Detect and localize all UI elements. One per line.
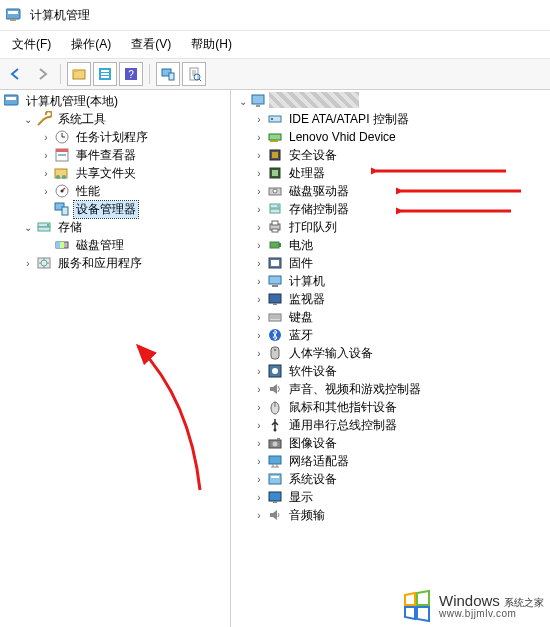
device-category-label: 存储控制器 xyxy=(287,201,351,218)
watermark-brand-cn: 系统之家 xyxy=(504,597,544,608)
device-category[interactable]: ›电池 xyxy=(231,236,550,254)
chevron-right-icon[interactable]: › xyxy=(253,113,265,125)
svg-rect-38 xyxy=(256,105,260,107)
device-category-label: 网络适配器 xyxy=(287,453,351,470)
toolbar-separator xyxy=(149,64,150,84)
chevron-down-icon[interactable]: ⌄ xyxy=(22,221,34,233)
chevron-right-icon[interactable]: › xyxy=(253,383,265,395)
device-category[interactable]: ›网络适配器 xyxy=(231,452,550,470)
clock-icon xyxy=(54,129,70,145)
device-category[interactable]: ›固件 xyxy=(231,254,550,272)
menu-help[interactable]: 帮助(H) xyxy=(183,33,240,56)
tree-item-event-viewer[interactable]: › 事件查看器 xyxy=(0,146,230,164)
device-category[interactable]: ›磁盘驱动器 xyxy=(231,182,550,200)
device-category[interactable]: ›监视器 xyxy=(231,290,550,308)
device-category[interactable]: ›计算机 xyxy=(231,272,550,290)
chevron-right-icon[interactable]: › xyxy=(40,167,52,179)
svg-rect-40 xyxy=(271,118,273,120)
chevron-right-icon[interactable]: › xyxy=(40,185,52,197)
device-category[interactable]: ›通用串行总线控制器 xyxy=(231,416,550,434)
tree-label: 磁盘管理 xyxy=(74,237,126,254)
device-category-label: 图像设备 xyxy=(287,435,339,452)
device-category[interactable]: ›人体学输入设备 xyxy=(231,344,550,362)
back-button[interactable] xyxy=(4,62,28,86)
chevron-right-icon[interactable]: › xyxy=(253,167,265,179)
chevron-right-icon[interactable]: › xyxy=(22,257,34,269)
app-icon xyxy=(6,7,22,23)
svg-rect-77 xyxy=(269,456,281,464)
chevron-right-icon[interactable]: › xyxy=(253,311,265,323)
tree-item-services-apps[interactable]: › 服务和应用程序 xyxy=(0,254,230,272)
disk-icon xyxy=(267,183,283,199)
svg-rect-81 xyxy=(273,501,277,503)
device-category[interactable]: ›键盘 xyxy=(231,308,550,326)
svg-rect-37 xyxy=(252,95,264,104)
services-icon xyxy=(36,255,52,271)
toolbar-btn-scan[interactable] xyxy=(182,62,206,86)
svg-point-24 xyxy=(62,175,66,179)
watermark-brand-en: Windows xyxy=(439,592,500,609)
tree-root[interactable]: 计算机管理(本地) xyxy=(0,92,230,110)
device-category[interactable]: ›声音、视频和游戏控制器 xyxy=(231,380,550,398)
chevron-right-icon[interactable]: › xyxy=(253,221,265,233)
chevron-right-icon[interactable]: › xyxy=(253,455,265,467)
tree-item-storage[interactable]: ⌄ 存储 xyxy=(0,218,230,236)
chevron-right-icon[interactable]: › xyxy=(253,329,265,341)
chevron-right-icon[interactable]: › xyxy=(253,203,265,215)
chevron-right-icon[interactable]: › xyxy=(253,239,265,251)
chevron-right-icon[interactable]: › xyxy=(253,293,265,305)
toolbar-btn-help[interactable]: ? xyxy=(119,62,143,86)
ide-icon xyxy=(267,111,283,127)
tree-label: 任务计划程序 xyxy=(74,129,150,146)
device-category[interactable]: ›音频输 xyxy=(231,506,550,524)
chevron-right-icon[interactable]: › xyxy=(253,473,265,485)
monitor-icon xyxy=(267,291,283,307)
toolbar-btn-folder[interactable] xyxy=(67,62,91,86)
chevron-right-icon[interactable]: › xyxy=(253,401,265,413)
tree-item-performance[interactable]: › 性能 xyxy=(0,182,230,200)
chevron-right-icon[interactable]: › xyxy=(253,509,265,521)
chevron-right-icon[interactable]: › xyxy=(253,347,265,359)
device-category[interactable]: ›存储控制器 xyxy=(231,200,550,218)
chevron-right-icon[interactable]: › xyxy=(253,419,265,431)
chevron-right-icon[interactable]: › xyxy=(253,149,265,161)
chevron-down-icon[interactable]: ⌄ xyxy=(22,113,34,125)
device-category[interactable]: ›蓝牙 xyxy=(231,326,550,344)
device-category[interactable]: ›鼠标和其他指针设备 xyxy=(231,398,550,416)
chevron-right-icon[interactable]: › xyxy=(253,275,265,287)
device-category[interactable]: ›打印队列 xyxy=(231,218,550,236)
tree-item-device-manager[interactable]: › 设备管理器 xyxy=(0,200,230,218)
device-category[interactable]: ›系统设备 xyxy=(231,470,550,488)
tree-item-task-scheduler[interactable]: › 任务计划程序 xyxy=(0,128,230,146)
toolbar-btn-devices[interactable] xyxy=(156,62,180,86)
chevron-right-icon[interactable]: › xyxy=(253,185,265,197)
menu-action[interactable]: 操作(A) xyxy=(63,33,119,56)
chevron-right-icon[interactable]: › xyxy=(253,491,265,503)
device-category[interactable]: ›显示 xyxy=(231,488,550,506)
device-category[interactable]: ›图像设备 xyxy=(231,434,550,452)
svg-rect-41 xyxy=(269,134,281,140)
device-category[interactable]: ›IDE ATA/ATAPI 控制器 xyxy=(231,110,550,128)
device-category[interactable]: ›处理器 xyxy=(231,164,550,182)
tree-label: 服务和应用程序 xyxy=(56,255,144,272)
chevron-right-icon[interactable]: › xyxy=(253,131,265,143)
menu-file[interactable]: 文件(F) xyxy=(4,33,59,56)
device-category[interactable]: ›Lenovo Vhid Device xyxy=(231,128,550,146)
menu-view[interactable]: 查看(V) xyxy=(123,33,179,56)
tree-item-system-tools[interactable]: ⌄ 系统工具 xyxy=(0,110,230,128)
svg-rect-50 xyxy=(270,209,280,213)
toolbar-btn-list[interactable] xyxy=(93,62,117,86)
chevron-down-icon[interactable]: ⌄ xyxy=(237,95,249,107)
device-category[interactable]: ›安全设备 xyxy=(231,146,550,164)
tree-item-shared-folders[interactable]: › 共享文件夹 xyxy=(0,164,230,182)
svg-rect-53 xyxy=(272,221,278,225)
chevron-right-icon[interactable]: › xyxy=(253,257,265,269)
left-tree[interactable]: 计算机管理(本地) ⌄ 系统工具 › 任务计划程序 xyxy=(0,92,230,272)
tree-item-disk-management[interactable]: › 磁盘管理 xyxy=(0,236,230,254)
chevron-right-icon[interactable]: › xyxy=(40,131,52,143)
chevron-right-icon[interactable]: › xyxy=(253,437,265,449)
chevron-right-icon[interactable]: › xyxy=(253,365,265,377)
chevron-right-icon[interactable]: › xyxy=(40,149,52,161)
device-category[interactable]: ›软件设备 xyxy=(231,362,550,380)
forward-button[interactable] xyxy=(30,62,54,86)
